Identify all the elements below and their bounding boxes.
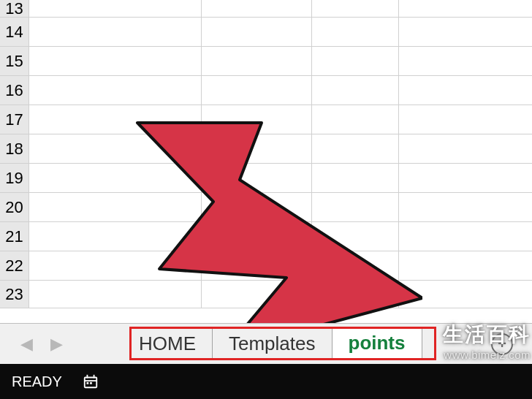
cell[interactable] (202, 0, 312, 18)
cell[interactable] (29, 164, 202, 193)
row-header[interactable]: 15 (0, 47, 29, 76)
row: 17 (0, 105, 532, 134)
cell[interactable] (202, 76, 312, 105)
sheet-tab-home[interactable]: HOME (123, 328, 213, 360)
sheet-tab-bar: ◀ ▶ HOME Templates points + (0, 323, 532, 364)
row-header[interactable]: 23 (0, 281, 29, 308)
new-sheet-button[interactable]: + (491, 333, 513, 355)
cell[interactable] (202, 134, 312, 164)
status-text: READY (12, 373, 62, 390)
cell[interactable] (312, 193, 399, 222)
cell[interactable] (312, 134, 399, 164)
sheet-tab-templates[interactable]: Templates (213, 328, 332, 360)
cell[interactable] (312, 47, 399, 76)
cell[interactable] (202, 251, 312, 281)
spreadsheet-grid[interactable]: 13 14 15 16 17 18 19 20 21 22 23 (0, 0, 532, 323)
cell[interactable] (202, 105, 312, 134)
cell[interactable] (399, 76, 532, 105)
tab-nav-next-icon[interactable]: ▶ (50, 335, 63, 354)
cell[interactable] (202, 222, 312, 251)
cell[interactable] (202, 193, 312, 222)
row: 18 (0, 134, 532, 164)
sheet-tab-points[interactable]: points (332, 328, 422, 360)
tab-nav-prev-icon[interactable]: ◀ (20, 335, 33, 354)
row-header[interactable]: 21 (0, 222, 29, 251)
cell[interactable] (312, 281, 399, 308)
cell[interactable] (29, 251, 202, 281)
cell[interactable] (399, 222, 532, 251)
cell[interactable] (399, 0, 532, 18)
row: 16 (0, 76, 532, 105)
cell[interactable] (399, 164, 532, 193)
svg-rect-3 (94, 375, 95, 379)
cell[interactable] (312, 76, 399, 105)
cell[interactable] (312, 18, 399, 47)
row-header[interactable]: 16 (0, 76, 29, 105)
cell[interactable] (29, 222, 202, 251)
row-header[interactable]: 13 (0, 0, 29, 18)
cell[interactable] (399, 193, 532, 222)
cell[interactable] (29, 47, 202, 76)
cell[interactable] (399, 47, 532, 76)
row-header[interactable]: 22 (0, 251, 29, 281)
row: 15 (0, 47, 532, 76)
cell[interactable] (399, 105, 532, 134)
cell[interactable] (399, 281, 532, 308)
row-header[interactable]: 19 (0, 164, 29, 193)
cell[interactable] (399, 251, 532, 281)
row: 20 (0, 193, 532, 222)
macro-recording-icon[interactable] (83, 373, 99, 390)
row-header[interactable]: 14 (0, 18, 29, 47)
cell[interactable] (29, 18, 202, 47)
cell[interactable] (312, 164, 399, 193)
svg-rect-4 (86, 382, 88, 384)
status-bar: READY (0, 364, 532, 399)
cell[interactable] (202, 281, 312, 308)
row: 13 (0, 0, 532, 18)
cell[interactable] (29, 193, 202, 222)
row: 23 (0, 281, 532, 308)
cell[interactable] (202, 164, 312, 193)
row-header[interactable]: 17 (0, 105, 29, 134)
cell[interactable] (399, 134, 532, 164)
svg-rect-2 (86, 375, 88, 379)
cell[interactable] (29, 281, 202, 308)
cell[interactable] (29, 0, 202, 18)
cell[interactable] (202, 47, 312, 76)
row-header[interactable]: 18 (0, 134, 29, 164)
cell[interactable] (312, 0, 399, 18)
cell[interactable] (312, 251, 399, 281)
row: 22 (0, 251, 532, 281)
row: 19 (0, 164, 532, 193)
row-header[interactable]: 20 (0, 193, 29, 222)
cell[interactable] (312, 105, 399, 134)
cell[interactable] (312, 222, 399, 251)
row: 21 (0, 222, 532, 251)
cell[interactable] (399, 18, 532, 47)
row: 14 (0, 18, 532, 47)
cell[interactable] (29, 76, 202, 105)
cell[interactable] (29, 134, 202, 164)
cell[interactable] (202, 18, 312, 47)
svg-rect-5 (90, 382, 92, 384)
cell[interactable] (29, 105, 202, 134)
